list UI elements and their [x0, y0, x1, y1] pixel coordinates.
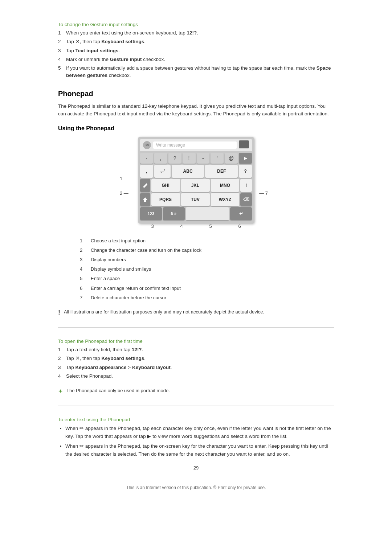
key-space[interactable] — [186, 207, 229, 220]
page-number: 29 — [58, 465, 334, 471]
legend-item-5: 5 Enter a space — [80, 275, 334, 282]
send-button[interactable] — [239, 140, 249, 148]
key-question[interactable]: ? — [168, 153, 181, 164]
enter-text-title: To enter text using the Phonepad — [58, 417, 334, 422]
symbol-row: · , ? ! - ' @ ▶ — [140, 153, 252, 164]
gesture-section: To change the Gesture input settings 1 W… — [58, 22, 334, 79]
label-4: 4 — [180, 223, 183, 229]
key-input-icon[interactable] — [140, 179, 150, 192]
callout-7: — 7 — [259, 190, 268, 196]
legend-item-4: 4 Display symbols and smileys — [80, 266, 334, 272]
phonepad-heading: Phonepad — [58, 90, 334, 98]
open-phonepad-section: To open the Phonepad for the first time … — [58, 338, 334, 395]
label-3: 3 — [151, 223, 154, 229]
legend-item-3: 3 Display numbers — [80, 257, 334, 263]
key-caps[interactable] — [140, 193, 150, 206]
tip-text: The Phonepad can only be used in portrai… — [66, 387, 170, 394]
key-exclaim2[interactable]: ! — [240, 179, 252, 192]
open-phonepad-steps: 1 Tap a text entry field, then tap 12!?.… — [58, 346, 334, 380]
key-arrow-right[interactable]: ▶ — [239, 153, 252, 164]
key-123[interactable]: 123 — [140, 207, 162, 220]
key-exclaim[interactable]: ! — [183, 153, 196, 164]
key-row-bottom: 123 &☺ ↵ — [140, 207, 252, 220]
phonepad-wrapper: 1 — 2 — — 7 ✉ Write message · , ? ! - ' … — [138, 137, 254, 234]
key-row-3: GHI JKL MNO ! — [140, 179, 252, 192]
using-phonepad-heading: Using the Phonepad — [58, 125, 334, 132]
notice-icon: ! — [58, 309, 60, 316]
gesture-steps: 1 When you enter text using the on-scree… — [58, 29, 334, 79]
callout-1: 1 — — [120, 176, 128, 181]
svg-marker-0 — [143, 197, 147, 202]
key-apos[interactable]: ' — [211, 153, 224, 164]
key-dash[interactable]: - — [197, 153, 210, 164]
key-enter[interactable]: ↵ — [230, 207, 252, 220]
key-mno[interactable]: MNO — [211, 179, 240, 192]
divider-2 — [58, 406, 334, 406]
key-row-4: PQRS TUV WXYZ ⌫ — [140, 193, 252, 206]
key-wxyz[interactable]: WXYZ — [211, 193, 240, 206]
label-6: 6 — [238, 223, 241, 229]
page-footer: This is an Internet version of this publ… — [58, 485, 334, 490]
legend-item-2: 2 Change the character case and turn on … — [80, 247, 334, 254]
key-abc[interactable]: ABC — [172, 165, 204, 178]
key-at[interactable]: @ — [225, 153, 238, 164]
phonepad-keyboard: ✉ Write message · , ? ! - ' @ ▶ , — [138, 137, 254, 223]
legend-item-7: 7 Delete a character before the cursor — [80, 295, 334, 301]
callout-2: 2 — — [120, 190, 128, 196]
key-pqrs[interactable]: PQRS — [151, 193, 180, 206]
divider — [58, 327, 334, 328]
key-tuv[interactable]: TUV — [181, 193, 210, 206]
key-row-2: , .,−' ABC DEF ? — [140, 165, 252, 178]
diagram-legend: 1 Choose a text input option 2 Change th… — [80, 238, 334, 301]
open-phonepad-title: To open the Phonepad for the first time — [58, 338, 334, 344]
compose-icon: ✉ — [143, 141, 151, 149]
enter-text-bullets: When ✏ appears in the Phonepad, tap each… — [65, 424, 334, 458]
step-2: 2 Tap ✕, then tap Keyboard settings. — [58, 38, 334, 45]
message-input[interactable]: Write message — [153, 141, 237, 149]
step-1: 1 When you enter text using the on-scree… — [58, 29, 334, 37]
phonepad-description: The Phonepad is similar to a standard 12… — [58, 102, 334, 118]
key-ghi[interactable]: GHI — [151, 179, 180, 192]
bullet-2: When ✏ appears in the Phonepad, tap the … — [65, 442, 334, 458]
enter-text-section: To enter text using the Phonepad When ✏ … — [58, 417, 334, 458]
legend-item-1: 1 Choose a text input option — [80, 238, 334, 244]
tip-box: ✦ The Phonepad can only be used in portr… — [58, 387, 334, 395]
open-step-1: 1 Tap a text entry field, then tap 12!?. — [58, 346, 334, 353]
bullet-1: When ✏ appears in the Phonepad, tap each… — [65, 424, 334, 440]
label-5: 5 — [209, 223, 212, 229]
key-comma2[interactable]: , — [140, 165, 153, 178]
legend-item-6: 6 Enter a carriage return or confirm tex… — [80, 285, 334, 292]
phonepad-topbar: ✉ Write message — [140, 139, 252, 151]
key-dot[interactable]: · — [140, 153, 153, 164]
notice-box: ! All illustrations are for illustration… — [58, 308, 334, 316]
key-symbols-smileys[interactable]: &☺ — [163, 207, 185, 220]
step-3: 3 Tap Text input settings. — [58, 47, 334, 54]
step-5: 5 If you want to automatically add a spa… — [58, 65, 334, 79]
key-period-combo[interactable]: .,−' — [154, 165, 171, 178]
bottom-labels: 3 4 5 6 — [138, 223, 254, 229]
key-backspace[interactable]: ⌫ — [240, 193, 252, 206]
notice-text: All illustrations are for illustration p… — [64, 308, 264, 316]
step-4: 4 Mark or unmark the Gesture input check… — [58, 56, 334, 63]
gesture-title: To change the Gesture input settings — [58, 22, 334, 27]
key-q-mark[interactable]: ? — [239, 165, 252, 178]
phonepad-diagram: 1 — 2 — — 7 ✉ Write message · , ? ! - ' … — [58, 137, 334, 234]
key-comma[interactable]: , — [154, 153, 167, 164]
open-step-2: 2 Tap ✕, then tap Keyboard settings. — [58, 355, 334, 362]
tip-icon: ✦ — [58, 388, 63, 395]
open-step-3: 3 Tap Keyboard appearance > Keyboard lay… — [58, 364, 334, 371]
open-step-4: 4 Select the Phonepad. — [58, 373, 334, 380]
key-def[interactable]: DEF — [205, 165, 238, 178]
key-jkl[interactable]: JKL — [181, 179, 210, 192]
